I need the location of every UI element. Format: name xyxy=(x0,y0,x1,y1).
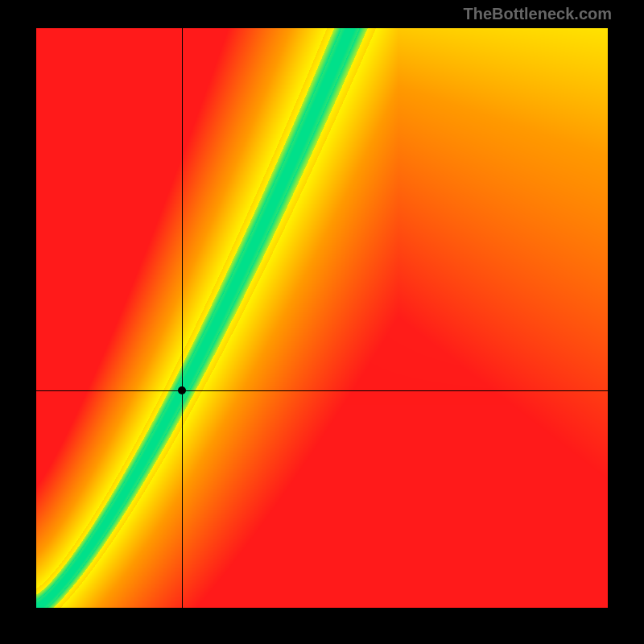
marker-dot xyxy=(178,386,186,394)
plot-area xyxy=(36,28,608,608)
chart-container: TheBottleneck.com xyxy=(0,0,644,644)
crosshair-horizontal xyxy=(36,390,608,391)
heatmap-canvas xyxy=(36,28,608,608)
attribution-text: TheBottleneck.com xyxy=(464,5,612,23)
crosshair-vertical xyxy=(182,28,183,608)
